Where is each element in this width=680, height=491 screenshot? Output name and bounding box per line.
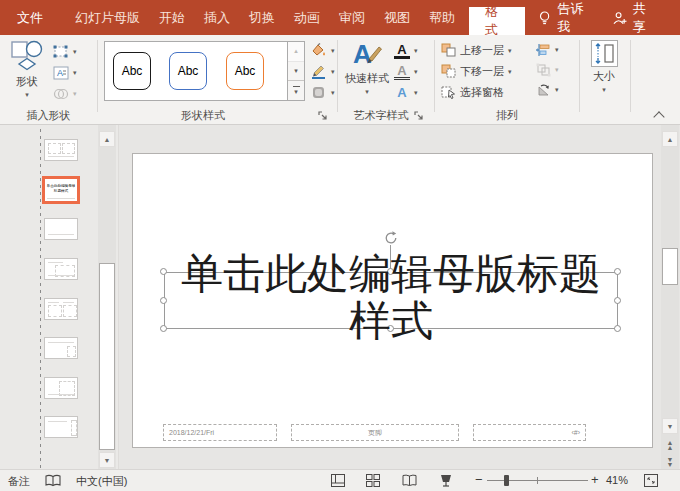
- gallery-scroll-up-button[interactable]: ▴: [288, 42, 304, 62]
- tell-me-button[interactable]: 告诉我: [539, 0, 593, 36]
- double-up-arrow-icon: ▲▲: [667, 440, 674, 450]
- group-label-insert-shapes: 插入形状: [0, 108, 97, 123]
- tab-slide-master[interactable]: 幻灯片母版: [75, 9, 140, 27]
- next-slide-button[interactable]: ▼▼: [662, 455, 678, 469]
- previous-slide-button[interactable]: ▲▲: [662, 438, 678, 452]
- rotate-icon: [536, 83, 551, 97]
- selection-pane-button[interactable]: 选择窗格: [441, 83, 512, 101]
- size-button[interactable]: 大小 ▾: [584, 40, 624, 93]
- group-objects-button[interactable]: ▾: [536, 61, 559, 78]
- main-scroll-up-button[interactable]: ▲: [662, 131, 678, 147]
- master-hierarchy-line: [40, 129, 41, 470]
- master-title-text[interactable]: 单击此处编辑母版标题 样式: [159, 250, 623, 344]
- gallery-more-button[interactable]: ▾: [288, 81, 304, 100]
- tab-animations[interactable]: 动画: [294, 9, 320, 27]
- merge-shapes-button[interactable]: ▾: [53, 85, 77, 102]
- shape-outline-button[interactable]: ▾: [310, 63, 335, 80]
- bring-forward-icon: [441, 43, 456, 57]
- shape-fill-button[interactable]: ▾: [310, 42, 335, 59]
- collapse-ribbon-button[interactable]: [653, 111, 664, 122]
- shape-style-orange[interactable]: Abc: [226, 52, 264, 90]
- panel-scroll-down-button[interactable]: ▼: [99, 452, 115, 468]
- fit-slide-to-window-button[interactable]: [644, 474, 658, 487]
- language-indicator[interactable]: 中文(中国): [76, 474, 127, 489]
- text-fill-button[interactable]: A ▾: [394, 42, 418, 59]
- zoom-level[interactable]: 41%: [606, 474, 628, 486]
- shape-styles-dialog-launcher[interactable]: [318, 111, 328, 121]
- text-outline-button[interactable]: A ▾: [394, 63, 418, 80]
- zoom-out-button[interactable]: −: [475, 472, 483, 487]
- slide-sorter-view-button[interactable]: [366, 474, 380, 487]
- text-box-button[interactable]: A ▾: [53, 64, 77, 81]
- person-plus-icon: [613, 11, 627, 25]
- tab-view[interactable]: 视图: [384, 9, 410, 27]
- group-shape-styles: Abc Abc Abc ▴ ▾ ▾ ▾: [98, 35, 336, 124]
- group-arrange: 上移一层 ▾ 下移一层 ▾ 选择窗格: [436, 35, 578, 124]
- send-backward-icon: [441, 64, 456, 78]
- text-effects-button[interactable]: A ▾: [394, 84, 418, 101]
- panel-scroll-up-button[interactable]: ▲: [99, 131, 115, 147]
- shape-style-blue[interactable]: Abc: [169, 52, 207, 90]
- align-icon: [536, 43, 551, 57]
- align-button[interactable]: ▾: [536, 41, 559, 58]
- reading-view-button[interactable]: [402, 474, 417, 487]
- footer-placeholder[interactable]: 页脚: [291, 424, 459, 441]
- zoom-in-button[interactable]: +: [591, 472, 599, 487]
- slide-number-placeholder[interactable]: ‹#›: [473, 424, 586, 441]
- layout-thumbnail-selected[interactable]: 单击此处编辑母版标题样式: [42, 176, 80, 204]
- tab-file[interactable]: 文件: [17, 9, 43, 27]
- normal-view-button[interactable]: [331, 474, 345, 487]
- quick-styles-icon: A: [351, 39, 383, 69]
- tab-review[interactable]: 审阅: [339, 9, 365, 27]
- layout-thumbnail-7[interactable]: [44, 377, 78, 399]
- double-down-arrow-icon: ▼▼: [667, 457, 674, 467]
- layout-thumbnail-1[interactable]: [44, 139, 78, 161]
- panel-scrollbar[interactable]: ▲ ▼: [98, 125, 116, 470]
- layout-thumbnail-8[interactable]: [44, 416, 78, 438]
- main-scrollbar[interactable]: ▲ ▼ ▲▲ ▼▼: [661, 125, 679, 470]
- group-objects-icon: [536, 63, 551, 77]
- powerpoint-window: 文件 幻灯片母版 开始 插入 切换 动画 审阅 视图 帮助 格式 告诉我 共享: [0, 0, 680, 491]
- svg-text:A: A: [57, 68, 63, 78]
- date-placeholder[interactable]: 2018/12/21/Fri: [163, 424, 277, 441]
- tab-help[interactable]: 帮助: [429, 9, 455, 27]
- shapes-icon: [10, 39, 44, 72]
- group-label-shape-styles: 形状样式: [98, 108, 308, 123]
- quick-styles-button[interactable]: A 快速样式 ▾: [342, 39, 392, 95]
- zoom-slider-thumb[interactable]: [504, 475, 509, 486]
- layout-thumbnail-6[interactable]: [44, 337, 78, 359]
- zoom-slider-center-tick: [537, 477, 538, 484]
- bring-forward-button[interactable]: 上移一层 ▾: [441, 41, 512, 59]
- notes-button[interactable]: 备注: [8, 474, 30, 489]
- tab-insert[interactable]: 插入: [204, 9, 230, 27]
- accessibility-checker-icon[interactable]: [45, 474, 61, 487]
- group-label-wordart: 艺术字样式: [338, 108, 424, 123]
- shape-style-black[interactable]: Abc: [113, 52, 151, 90]
- shape-effects-button[interactable]: ▾: [310, 84, 335, 101]
- ribbon-divider: [434, 40, 435, 112]
- layout-thumbnail-5[interactable]: [44, 298, 78, 320]
- svg-text:A: A: [353, 39, 372, 69]
- layout-thumbnail-4[interactable]: [44, 258, 78, 280]
- tab-format-active[interactable]: 格式: [469, 7, 525, 35]
- layout-thumbnail-3[interactable]: [44, 218, 78, 240]
- gallery-scroll: ▴ ▾ ▾: [287, 42, 304, 100]
- main-scrollbar-thumb[interactable]: [662, 248, 678, 285]
- rotate-handle[interactable]: [383, 230, 399, 246]
- panel-scrollbar-thumb[interactable]: [99, 263, 115, 450]
- tab-home[interactable]: 开始: [159, 9, 185, 27]
- rotate-button[interactable]: ▾: [536, 81, 559, 98]
- tab-transitions[interactable]: 切换: [249, 9, 275, 27]
- wordart-dialog-launcher[interactable]: [414, 111, 424, 121]
- gallery-scroll-down-button[interactable]: ▾: [288, 62, 304, 82]
- group-label-arrange: 排列: [436, 108, 578, 123]
- edit-shape-button[interactable]: ▾: [53, 43, 77, 60]
- send-backward-button[interactable]: 下移一层 ▾: [441, 62, 512, 80]
- slideshow-view-button[interactable]: [439, 474, 453, 487]
- ribbon-tab-bar: 文件 幻灯片母版 开始 插入 切换 动画 审阅 视图 帮助 格式 告诉我 共享: [0, 0, 680, 35]
- slide-canvas[interactable]: 单击此处编辑母版标题 样式 2018/12/21/Fri 页脚 ‹#›: [132, 153, 653, 448]
- main-scroll-down-button[interactable]: ▼: [662, 418, 678, 434]
- shapes-button[interactable]: 形状 ▾: [6, 39, 48, 98]
- selection-pane-icon: [441, 85, 456, 99]
- share-button[interactable]: 共享: [613, 0, 657, 36]
